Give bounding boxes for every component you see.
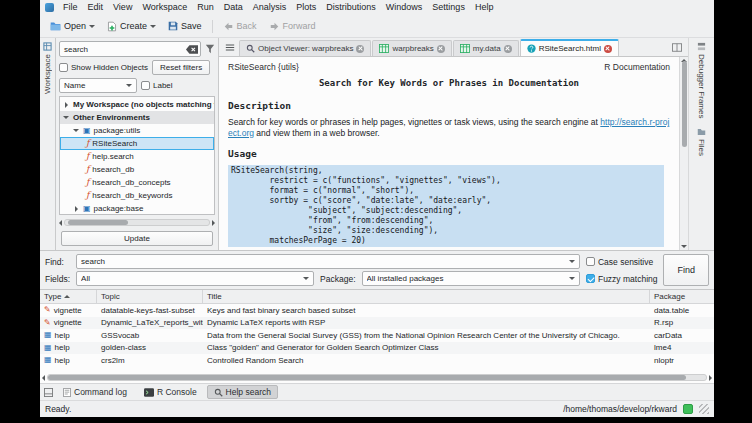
scroll-right-icon[interactable]	[709, 375, 712, 381]
tree-item-hsearch-db-keywords[interactable]: ƒ hsearch_db_keywords	[60, 189, 214, 202]
tree-item-package-base[interactable]: ▣ package:base	[60, 202, 214, 215]
tab-r-console[interactable]: R Console	[137, 385, 204, 399]
resize-grip[interactable]	[699, 404, 709, 414]
table-row[interactable]: ▦help golden-class Class "golden" and Ge…	[40, 342, 714, 355]
column-header-title[interactable]: Title	[203, 290, 650, 303]
close-tab-icon[interactable]	[437, 45, 445, 53]
show-hidden-objects-checkbox[interactable]: Show Hidden Objects	[59, 63, 148, 72]
menu-view[interactable]: View	[108, 0, 137, 15]
debugger-frames-dock-tab[interactable]: Debugger Frames	[697, 42, 706, 118]
tree-item-other-environments[interactable]: Other Environments	[60, 111, 214, 124]
tab-my-data[interactable]: my.data	[453, 40, 519, 56]
scroll-left-icon[interactable]	[42, 375, 45, 381]
expander-icon[interactable]	[75, 206, 78, 212]
tab-rsitesearch-html[interactable]: RSiteSearch.html	[520, 39, 619, 56]
name-filter-select[interactable]: Name	[59, 78, 137, 93]
tree-horizontal-scrollbar[interactable]	[59, 218, 215, 227]
object-viewer-icon	[246, 44, 255, 53]
create-button[interactable]: Create	[101, 18, 162, 35]
menu-settings[interactable]: Settings	[427, 0, 470, 15]
cell-text: help	[55, 343, 70, 352]
object-search-input[interactable]: search	[59, 41, 201, 57]
statusbar: Ready. /home/thomas/develop/rkward	[40, 400, 714, 417]
tool-views-icon[interactable]	[44, 388, 53, 397]
column-header-topic[interactable]: Topic	[97, 290, 203, 303]
cell-title: Dynamic LaTeX reports with RSP	[203, 318, 650, 327]
table-row[interactable]: ▦help GSSvocab Data from the General Soc…	[40, 329, 714, 342]
table-row[interactable]: ✎vignette datatable-keys-fast-subset Key…	[40, 304, 714, 317]
menu-data[interactable]: Data	[219, 0, 248, 15]
close-tab-icon[interactable]	[356, 45, 364, 53]
files-dock-tab[interactable]: Files	[697, 128, 706, 156]
scrollbar-thumb[interactable]	[48, 375, 686, 380]
open-button[interactable]: Open	[44, 18, 101, 34]
expander-icon[interactable]	[73, 129, 79, 132]
close-tab-icon[interactable]	[504, 45, 512, 53]
tree-item-help-search[interactable]: ƒ help.search	[60, 150, 214, 163]
back-button[interactable]: Back	[217, 18, 263, 34]
tab-warpbreaks[interactable]: warpbreaks	[372, 40, 451, 56]
table-row[interactable]: ▦help crs2lm Controlled Random Search nl…	[40, 354, 714, 367]
scrollbar-thumb[interactable]	[68, 220, 128, 225]
tab-help-search[interactable]: Help search	[207, 385, 278, 399]
cell-type: ✎vignette	[40, 306, 97, 315]
scroll-left-icon[interactable]	[59, 220, 62, 226]
menu-run[interactable]: Run	[192, 0, 219, 15]
tree-item-label: package:utils	[94, 126, 141, 135]
workspace-dock-tab[interactable]: Workspace	[43, 42, 52, 94]
scrollbar-track[interactable]	[47, 374, 707, 381]
menu-file[interactable]: File	[58, 0, 83, 15]
clear-text-icon[interactable]	[186, 45, 198, 54]
find-button[interactable]: Find	[663, 254, 709, 286]
menu-help[interactable]: Help	[470, 0, 499, 15]
tree-item-my-workspace[interactable]: My Workspace (no objects matching filter…	[60, 98, 214, 111]
results-horizontal-scrollbar[interactable]	[42, 373, 712, 382]
scrollbar-track[interactable]	[64, 219, 210, 226]
tree-item-hsearch-db[interactable]: ƒ hsearch_db	[60, 163, 214, 176]
cell-topic: GSSvocab	[97, 331, 203, 340]
scroll-right-icon[interactable]	[212, 220, 215, 226]
tree-item-hsearch-db-concepts[interactable]: ƒ hsearch_db_concepts	[60, 176, 214, 189]
filter-funnel-icon[interactable]	[205, 44, 215, 54]
code-line: "size", "size:descending"),	[231, 226, 661, 236]
cell-topic: Dynamic_LaTeX_reports_with_RSP	[97, 318, 203, 327]
reset-filters-button[interactable]: Reset filters	[152, 60, 210, 75]
menu-edit[interactable]: Edit	[83, 0, 109, 15]
menu-workspace[interactable]: Workspace	[137, 0, 192, 15]
case-sensitive-checkbox[interactable]: Case sensitive	[586, 257, 658, 267]
usage-code-block-selected[interactable]: RSiteSearch(string, restrict = c("functi…	[228, 165, 664, 247]
bottom-dock-bar: Command log R Console Help search	[40, 383, 714, 400]
tree-item-label: hsearch_db_keywords	[92, 191, 172, 200]
save-button[interactable]: Save	[162, 18, 208, 34]
fuzzy-matching-checkbox[interactable]: Fuzzy matching	[586, 274, 658, 284]
tab-command-log[interactable]: Command log	[56, 385, 134, 399]
scrollbar-thumb[interactable]	[682, 61, 687, 147]
menu-distributions[interactable]: Distributions	[321, 0, 381, 15]
tree-item-rsitesearch[interactable]: ƒ RSiteSearch	[60, 137, 214, 150]
split-view-icon[interactable]	[668, 43, 686, 52]
find-input[interactable]: search	[76, 254, 580, 269]
tree-item-package-utils[interactable]: ▣ package:utils	[60, 124, 214, 137]
name-filter-value: Name	[64, 81, 123, 90]
menu-windows[interactable]: Windows	[381, 0, 428, 15]
files-label: Files	[697, 139, 706, 156]
tab-object-viewer-warpbreaks[interactable]: Object Viewer: warpbreaks	[239, 40, 371, 56]
expander-icon[interactable]	[63, 116, 69, 119]
scroll-down-icon[interactable]	[681, 245, 687, 248]
table-row[interactable]: ✎vignette Dynamic_LaTeX_reports_with_RSP…	[40, 317, 714, 330]
column-header-type[interactable]: Type	[40, 290, 97, 303]
package-select[interactable]: All installed packages	[362, 271, 580, 286]
r-engine-status-indicator[interactable]	[683, 404, 693, 414]
window-list-icon[interactable]	[221, 43, 239, 52]
menu-analysis[interactable]: Analysis	[248, 0, 292, 15]
menu-plots[interactable]: Plots	[291, 0, 321, 15]
forward-button[interactable]: Forward	[263, 18, 322, 34]
show-hidden-objects-label: Show Hidden Objects	[71, 63, 148, 72]
close-tab-icon[interactable]	[604, 45, 612, 53]
column-header-package[interactable]: Package	[650, 290, 714, 303]
help-vertical-scrollbar[interactable]	[679, 57, 688, 250]
label-checkbox[interactable]: Label	[141, 81, 173, 90]
expander-icon[interactable]	[65, 102, 68, 108]
update-button[interactable]: Update	[61, 231, 213, 246]
fields-select[interactable]: All	[76, 271, 314, 286]
